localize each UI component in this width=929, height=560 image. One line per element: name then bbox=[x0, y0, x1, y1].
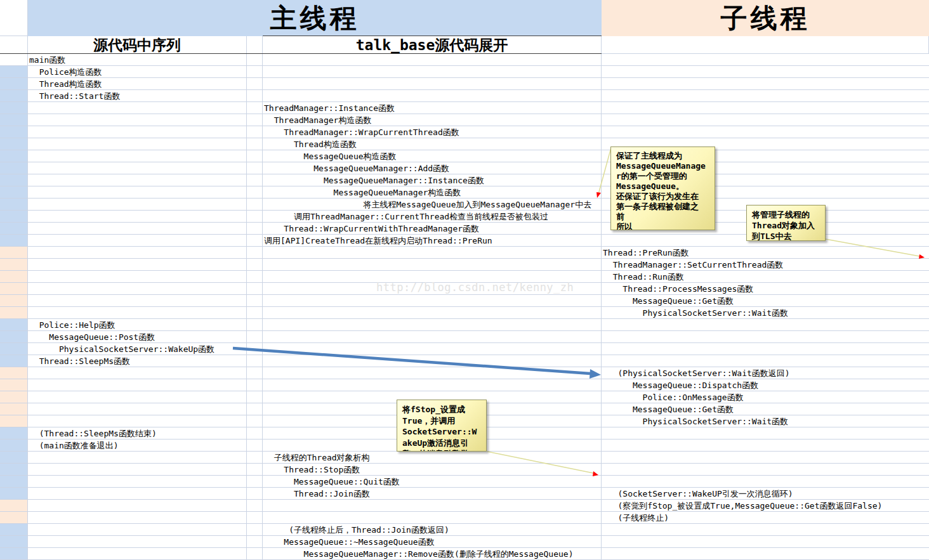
cell-right[interactable] bbox=[602, 427, 929, 440]
cell-middle[interactable]: MessageQueueManager::Remove函数(删除子线程的Mess… bbox=[263, 548, 602, 560]
cell-middle[interactable]: Thread::Join函数 bbox=[263, 488, 602, 500]
cell-left[interactable]: Thread::SleepMs函数 bbox=[28, 355, 247, 367]
cell-middle[interactable] bbox=[263, 307, 602, 319]
cell-middle[interactable] bbox=[263, 247, 602, 259]
cell-left[interactable] bbox=[28, 379, 247, 391]
cell-right[interactable] bbox=[602, 524, 929, 536]
cell-left[interactable]: Police::Help函数 bbox=[28, 319, 247, 331]
cell-right[interactable]: (子线程终止) bbox=[602, 512, 929, 524]
cell-left[interactable] bbox=[28, 126, 247, 138]
cell-middle[interactable]: Thread构造函数 bbox=[263, 138, 602, 150]
cell-middle[interactable] bbox=[263, 512, 602, 524]
cell-middle[interactable] bbox=[263, 66, 602, 78]
cell-right[interactable] bbox=[602, 90, 929, 102]
cell-gap[interactable] bbox=[247, 78, 263, 90]
talkbase-expansion-header[interactable]: talk_base源代码展开 bbox=[263, 36, 602, 54]
cell-gap[interactable] bbox=[247, 223, 263, 235]
cell-right[interactable]: Police::OnMessage函数 bbox=[602, 391, 929, 403]
cell-gap[interactable] bbox=[247, 379, 263, 391]
cell-middle[interactable]: ThreadManager::Instance函数 bbox=[263, 102, 602, 114]
cell-left[interactable] bbox=[28, 512, 247, 524]
cell-right[interactable] bbox=[602, 78, 929, 90]
cell-gap[interactable] bbox=[247, 536, 263, 548]
cell-gap[interactable] bbox=[247, 199, 263, 211]
cell-middle[interactable]: MessageQueue::Quit函数 bbox=[263, 476, 602, 488]
cell-gap[interactable] bbox=[247, 259, 263, 271]
corner-cell[interactable] bbox=[0, 0, 28, 36]
cell-right[interactable] bbox=[602, 452, 929, 464]
cell-gap[interactable] bbox=[247, 271, 263, 283]
cell-left[interactable]: PhysicalSocketServer::WakeUp函数 bbox=[28, 343, 247, 355]
cell-gap[interactable] bbox=[247, 174, 263, 186]
cell-left[interactable] bbox=[28, 391, 247, 403]
cell-middle[interactable]: ThreadManager::WrapCurrentThread函数 bbox=[263, 126, 602, 138]
cell-right[interactable] bbox=[602, 343, 929, 355]
cell-right[interactable] bbox=[602, 355, 929, 367]
cell-gap[interactable] bbox=[247, 476, 263, 488]
cell-gap[interactable] bbox=[247, 102, 263, 114]
cell-left[interactable] bbox=[28, 150, 247, 162]
cell-middle[interactable] bbox=[263, 54, 602, 66]
cell-middle[interactable]: MessageQueueManager::Add函数 bbox=[263, 162, 602, 174]
cell-left[interactable] bbox=[28, 247, 247, 259]
cell-right[interactable] bbox=[602, 114, 929, 126]
cell-middle[interactable]: 将主线程MessageQueue加入到MessageQueueManager中去 bbox=[263, 199, 602, 211]
cell-right[interactable] bbox=[602, 66, 929, 78]
cell-gap[interactable] bbox=[247, 126, 263, 138]
cell-left[interactable] bbox=[28, 235, 247, 247]
cell-right[interactable] bbox=[602, 331, 929, 343]
cell-left[interactable] bbox=[28, 548, 247, 560]
cell-left[interactable] bbox=[28, 162, 247, 174]
cell-right[interactable] bbox=[602, 536, 929, 548]
cell-middle[interactable] bbox=[263, 355, 602, 367]
cell-right[interactable] bbox=[602, 440, 929, 452]
cell-gap[interactable] bbox=[247, 295, 263, 307]
cell-left[interactable] bbox=[28, 452, 247, 464]
cell-gap[interactable] bbox=[247, 464, 263, 476]
main-thread-header[interactable]: 主线程 bbox=[28, 0, 602, 36]
cell-left[interactable] bbox=[28, 259, 247, 271]
cell-gap[interactable] bbox=[247, 500, 263, 512]
cell-right[interactable]: (察觉到fStop_被设置成True,MessageQueue::Get函数返回… bbox=[602, 500, 929, 512]
cell-gap[interactable] bbox=[247, 66, 263, 78]
cell-left[interactable] bbox=[28, 283, 247, 295]
cell-left[interactable] bbox=[28, 488, 247, 500]
cell-gap[interactable] bbox=[247, 355, 263, 367]
subheader-gap-cell[interactable] bbox=[247, 36, 263, 54]
cell-gap[interactable] bbox=[247, 331, 263, 343]
cell-right[interactable] bbox=[602, 102, 929, 114]
cell-left[interactable]: (Thread::SleepMs函数结束) bbox=[28, 427, 247, 440]
cell-left[interactable] bbox=[28, 199, 247, 211]
cell-gap[interactable] bbox=[247, 440, 263, 452]
cell-gap[interactable] bbox=[247, 512, 263, 524]
cell-gap[interactable] bbox=[247, 367, 263, 379]
cell-gap[interactable] bbox=[247, 391, 263, 403]
cell-right[interactable]: PhysicalSocketServer::Wait函数 bbox=[602, 307, 929, 319]
cell-middle[interactable]: MessageQueueManager构造函数 bbox=[263, 186, 602, 199]
cell-right[interactable] bbox=[602, 548, 929, 560]
cell-middle[interactable]: MessageQueueManager::Instance函数 bbox=[263, 174, 602, 186]
cell-left[interactable] bbox=[28, 524, 247, 536]
cell-gap[interactable] bbox=[247, 138, 263, 150]
cell-left[interactable] bbox=[28, 500, 247, 512]
cell-left[interactable]: Thread::Start函数 bbox=[28, 90, 247, 102]
cell-gap[interactable] bbox=[247, 235, 263, 247]
cell-middle[interactable] bbox=[263, 343, 602, 355]
cell-right[interactable]: Thread::Run函数 bbox=[602, 271, 929, 283]
cell-middle[interactable] bbox=[263, 295, 602, 307]
cell-gap[interactable] bbox=[247, 186, 263, 199]
cell-middle[interactable]: 调用ThreadManager::CurrentThread检查当前线程是否被包… bbox=[263, 211, 602, 223]
cell-left[interactable] bbox=[28, 211, 247, 223]
cell-left[interactable]: Thread构造函数 bbox=[28, 78, 247, 90]
cell-gap[interactable] bbox=[247, 211, 263, 223]
cell-middle[interactable]: 调用[API]CreateThread在新线程内启动Thread::PreRun bbox=[263, 235, 602, 247]
cell-gap[interactable] bbox=[247, 548, 263, 560]
cell-middle[interactable]: ThreadManager构造函数 bbox=[263, 114, 602, 126]
cell-middle[interactable] bbox=[263, 379, 602, 391]
cell-right[interactable] bbox=[602, 464, 929, 476]
cell-left[interactable] bbox=[28, 271, 247, 283]
cell-right[interactable]: Thread::ProcessMessages函数 bbox=[602, 283, 929, 295]
subheader-right-cell[interactable] bbox=[602, 36, 929, 54]
cell-right[interactable]: ThreadManager::SetCurrentThread函数 bbox=[602, 259, 929, 271]
cell-right[interactable]: MessageQueue::Get函数 bbox=[602, 295, 929, 307]
